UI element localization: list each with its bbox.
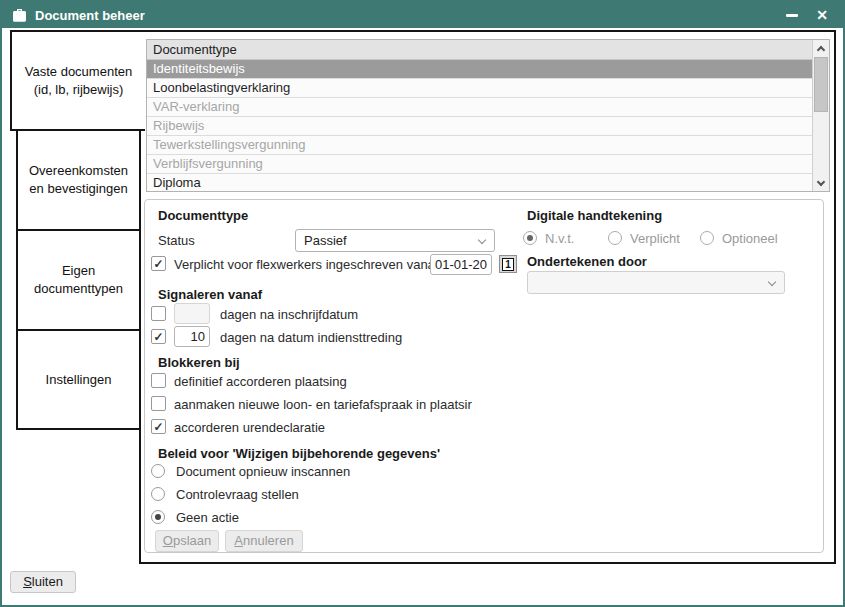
ondertekenen-dropdown[interactable] — [527, 271, 785, 294]
titlebar: Document beheer ✕ — [2, 2, 843, 28]
beleid-controlevraag-label: Controlevraag stellen — [176, 487, 299, 502]
signaleren-inschrijf-checkbox[interactable] — [151, 306, 166, 321]
list-item[interactable]: Tewerkstellingsvergunning — [147, 136, 812, 155]
status-label: Status — [158, 233, 195, 248]
radio-optioneel-label: Optioneel — [722, 231, 778, 246]
list-header: Documenttype — [147, 40, 812, 60]
blokkeren-plaatsing-label: definitief accorderen plaatsing — [174, 374, 347, 389]
minimize-icon — [786, 14, 798, 17]
annuleren-button[interactable]: Annuleren — [225, 530, 303, 552]
window-body: Vaste documenten (id, lb, rijbewijs) Ove… — [2, 28, 843, 605]
signaleren-indiensttreding-checkbox[interactable] — [151, 329, 166, 344]
signaleren-inschrijf-input[interactable] — [174, 303, 210, 324]
blokkeren-urendeclaratie-checkbox[interactable] — [151, 419, 166, 434]
list-item[interactable]: Diploma — [147, 174, 812, 192]
calendar-icon: 1 — [502, 258, 514, 271]
tab-panel: Documenttype Identiteitsbewijs Loonbelas… — [139, 30, 836, 564]
ondertekenen-label: Ondertekenen door — [527, 254, 647, 269]
blokkeren-plaatsing-checkbox[interactable] — [151, 373, 166, 388]
section-signaleren-heading: Signaleren vanaf — [158, 287, 262, 302]
section-documenttype-heading: Documenttype — [158, 208, 248, 223]
scroll-up-icon[interactable] — [813, 40, 829, 56]
beleid-geen-actie-label: Geen actie — [176, 510, 239, 525]
signaleren-indiensttreding-input[interactable] — [174, 326, 210, 347]
radio-optioneel[interactable] — [700, 231, 714, 245]
document-beheer-window: Document beheer ✕ Vaste documenten (id, … — [0, 0, 845, 607]
tab-eigen-documenttypen[interactable]: Eigen documenttypen — [16, 229, 141, 331]
list-item[interactable]: Verblijfsvergunning — [147, 155, 812, 174]
close-icon: ✕ — [816, 8, 828, 22]
list-item[interactable]: VAR-verklaring — [147, 98, 812, 117]
date-input[interactable] — [430, 254, 492, 275]
blokkeren-tariefafspraak-checkbox[interactable] — [151, 396, 166, 411]
blokkeren-tariefafspraak-label: aanmaken nieuwe loon- en tariefafspraak … — [174, 397, 472, 412]
radio-nvt-label: N.v.t. — [545, 231, 574, 246]
verplicht-label: Verplicht voor flexwerkers ingeschreven … — [174, 257, 438, 272]
chevron-down-icon — [478, 236, 486, 244]
list-item[interactable]: Rijbewijs — [147, 117, 812, 136]
beleid-controlevraag-radio[interactable] — [151, 487, 165, 501]
beleid-inscannen-label: Document opnieuw inscannen — [176, 464, 350, 479]
signaleren-inschrijf-label: dagen na inschrijfdatum — [220, 307, 358, 322]
radio-nvt[interactable] — [523, 231, 537, 245]
section-blokkeren-heading: Blokkeren bij — [158, 355, 240, 370]
signaleren-indiensttreding-label: dagen na datum indiensttreding — [220, 330, 402, 345]
briefcase-icon — [12, 9, 27, 22]
verplicht-checkbox[interactable] — [151, 256, 166, 271]
list-scrollbar[interactable] — [812, 40, 829, 191]
tab-instellingen[interactable]: Instellingen — [16, 329, 141, 430]
minimize-button[interactable] — [781, 5, 803, 25]
close-button[interactable]: ✕ — [811, 5, 833, 25]
section-handtekening-heading: Digitale handtekening — [527, 208, 662, 223]
chevron-down-icon — [768, 278, 776, 286]
section-beleid-heading: Beleid voor 'Wijzigen bijbehorende gegev… — [158, 446, 440, 461]
status-dropdown[interactable]: Passief — [295, 229, 495, 252]
list-item[interactable]: Identiteitsbewijs — [147, 60, 812, 79]
sluiten-button[interactable]: Sluiten — [10, 571, 76, 593]
tab-overeenkomsten[interactable]: Overeenkomsten en bevestigingen — [16, 129, 141, 231]
status-value: Passief — [304, 233, 347, 248]
tab-vaste-documenten[interactable]: Vaste documenten (id, lb, rijbewijs) — [10, 30, 145, 131]
documenttype-list: Documenttype Identiteitsbewijs Loonbelas… — [146, 39, 830, 192]
beleid-inscannen-radio[interactable] — [151, 464, 165, 478]
scroll-down-icon[interactable] — [813, 175, 829, 191]
window-title: Document beheer — [35, 8, 145, 23]
beleid-geen-actie-radio[interactable] — [151, 510, 165, 524]
radio-verplicht-label: Verplicht — [630, 231, 680, 246]
radio-verplicht[interactable] — [608, 231, 622, 245]
detail-groupbox: Documenttype Status Passief Verplicht vo… — [144, 199, 824, 553]
opslaan-button[interactable]: Opslaan — [155, 530, 219, 552]
list-item[interactable]: Loonbelastingverklaring — [147, 79, 812, 98]
blokkeren-urendeclaratie-label: accorderen urendeclaratie — [174, 420, 325, 435]
calendar-button[interactable]: 1 — [499, 255, 517, 273]
scrollbar-thumb[interactable] — [814, 57, 828, 112]
